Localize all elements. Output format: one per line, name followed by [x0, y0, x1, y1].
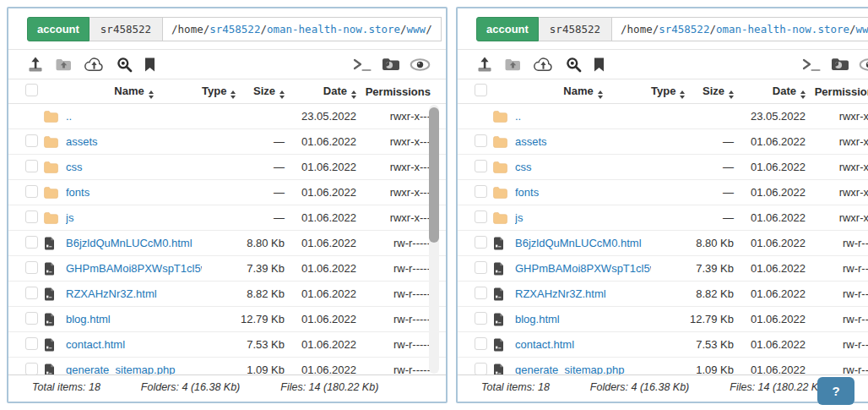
row-checkbox[interactable]: [475, 287, 487, 299]
row-checkbox[interactable]: [475, 236, 487, 249]
table-row: .. 23.05.2022 rwxr-x---: [458, 104, 868, 129]
path-segment-link[interactable]: www: [407, 23, 426, 36]
file-name-link[interactable]: blog.html: [66, 313, 202, 325]
row-checkbox[interactable]: [475, 363, 487, 375]
select-all-checkbox[interactable]: [25, 84, 38, 96]
file-name-link[interactable]: js: [66, 211, 202, 224]
file-name-link[interactable]: RZXAHzNr3Z.html: [515, 287, 651, 300]
row-checkbox[interactable]: [25, 337, 38, 350]
help-button[interactable]: ?: [817, 377, 854, 405]
column-header-date[interactable]: Date: [734, 85, 806, 99]
scrollbar-track[interactable]: [429, 105, 439, 374]
file-name-link[interactable]: ..: [66, 110, 202, 123]
file-name-link[interactable]: css: [66, 161, 202, 173]
account-button[interactable]: account: [476, 17, 539, 41]
upload-icon[interactable]: [27, 57, 44, 73]
date-cell: 01.06.2022: [734, 135, 806, 148]
permissions-cell: rwxr-x---: [356, 161, 431, 173]
file-icon: [493, 262, 504, 276]
path-segment-link[interactable]: oman-health-now.store: [267, 23, 400, 36]
row-checkbox[interactable]: [25, 185, 38, 198]
search-icon[interactable]: [117, 57, 133, 73]
select-all-checkbox[interactable]: [475, 84, 487, 96]
table-row: blog.html 12.79 Kb 01.06.2022 rw-r-----: [458, 307, 868, 332]
path-segment-link[interactable]: www: [856, 23, 868, 36]
column-header-date[interactable]: Date: [285, 85, 356, 99]
row-checkbox[interactable]: [25, 236, 38, 249]
file-name-link[interactable]: generate_sitemap.php: [515, 364, 651, 374]
path-segment: /: [426, 23, 432, 36]
folders-summary-text: Folders: 4 (16.38 Kb): [590, 381, 689, 393]
disk-usage-folder-icon[interactable]: [831, 57, 849, 72]
size-cell: 7.39 Kb: [227, 262, 285, 275]
file-name-link[interactable]: js: [515, 211, 651, 224]
row-checkbox[interactable]: [475, 134, 487, 147]
bookmark-icon[interactable]: [144, 57, 155, 72]
file-icon: [44, 262, 55, 276]
upload-icon[interactable]: [476, 57, 493, 73]
bookmark-icon[interactable]: [594, 57, 605, 72]
toolbar-right-group: [353, 57, 431, 72]
file-name-link[interactable]: GHPmBAMoi8PXWspT1cl5w…: [66, 262, 202, 275]
table-row: GHPmBAMoi8PXWspT1cl5w… 7.39 Kb 01.06.202…: [8, 256, 446, 282]
preview-eye-icon[interactable]: [410, 58, 431, 71]
search-icon[interactable]: [566, 57, 582, 73]
row-checkbox[interactable]: [475, 312, 487, 325]
row-checkbox[interactable]: [25, 134, 38, 147]
parent-folder-upload-icon[interactable]: [56, 58, 72, 71]
size-cell: —: [227, 135, 285, 148]
file-panel-left: account sr458522 /home/sr458522/oman-hea…: [7, 7, 448, 403]
row-checkbox[interactable]: [25, 160, 38, 172]
date-cell: 01.06.2022: [734, 313, 806, 325]
file-name-link[interactable]: contact.html: [66, 338, 202, 351]
column-header-type[interactable]: Type: [202, 85, 227, 99]
path-breadcrumb-input[interactable]: /home/sr458522/oman-health-now.store/www…: [163, 17, 442, 41]
cloud-upload-icon[interactable]: [84, 57, 105, 72]
row-checkbox[interactable]: [25, 210, 38, 223]
file-name-link[interactable]: generate_sitemap.php: [66, 364, 202, 374]
terminal-icon[interactable]: [353, 57, 372, 72]
column-header-permissions[interactable]: Permissions: [356, 85, 431, 98]
scrollbar-thumb[interactable]: [429, 107, 439, 243]
row-checkbox[interactable]: [25, 363, 38, 375]
parent-folder-upload-icon[interactable]: [505, 58, 521, 71]
row-checkbox[interactable]: [475, 210, 487, 223]
size-cell: —: [676, 135, 734, 148]
column-header-name[interactable]: Name: [66, 85, 202, 99]
file-name-link[interactable]: blog.html: [515, 313, 651, 325]
file-name-link[interactable]: RZXAHzNr3Z.html: [66, 287, 202, 300]
file-name-link[interactable]: assets: [66, 135, 202, 148]
row-checkbox[interactable]: [25, 287, 38, 299]
file-name-link[interactable]: css: [515, 161, 651, 173]
file-name-link[interactable]: B6jzldQuMnLUCcM0.html: [66, 237, 202, 249]
file-name-link[interactable]: B6jzldQuMnLUCcM0.html: [515, 237, 651, 249]
file-name-link[interactable]: fonts: [515, 186, 651, 199]
path-segment-link[interactable]: sr458522: [209, 23, 260, 36]
file-name-link[interactable]: fonts: [66, 186, 202, 199]
path-segment-link[interactable]: sr458522: [659, 23, 709, 36]
disk-usage-folder-icon[interactable]: [382, 57, 400, 72]
path-toolbar: account sr458522 /home/sr458522/oman-hea…: [458, 8, 868, 50]
account-button[interactable]: account: [27, 17, 90, 41]
file-name-link[interactable]: GHPmBAMoi8PXWspT1cl5w…: [515, 262, 651, 275]
file-name-link[interactable]: contact.html: [515, 338, 651, 351]
column-header-name[interactable]: Name: [515, 85, 651, 99]
row-checkbox[interactable]: [475, 160, 487, 172]
column-header-size[interactable]: Size: [227, 85, 285, 99]
row-checkbox[interactable]: [25, 261, 38, 274]
cloud-upload-icon[interactable]: [533, 57, 554, 72]
row-checkbox[interactable]: [475, 337, 487, 350]
row-checkbox[interactable]: [475, 261, 487, 274]
terminal-icon[interactable]: [802, 57, 822, 72]
path-segment-link[interactable]: oman-health-now.store: [716, 23, 849, 36]
column-header-type[interactable]: Type: [651, 85, 676, 99]
row-checkbox[interactable]: [25, 312, 38, 325]
path-breadcrumb-input[interactable]: /home/sr458522/oman-health-now.store/www…: [612, 17, 868, 41]
row-checkbox[interactable]: [475, 185, 487, 198]
preview-eye-icon[interactable]: [859, 58, 868, 71]
file-name-link[interactable]: assets: [515, 135, 651, 148]
file-name-link[interactable]: ..: [515, 110, 651, 123]
column-header-size[interactable]: Size: [676, 85, 734, 99]
permissions-cell: rw-r-----: [806, 237, 868, 249]
column-header-permissions[interactable]: Permissions: [806, 85, 868, 98]
